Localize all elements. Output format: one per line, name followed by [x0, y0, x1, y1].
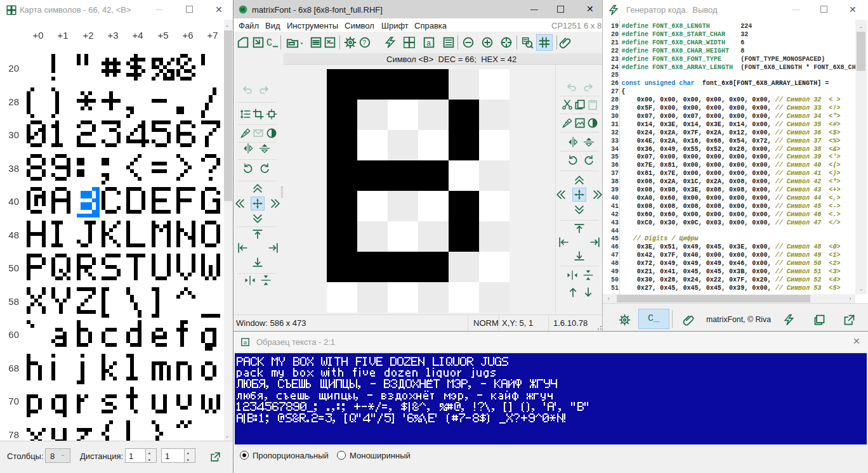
svg-text:?: ?	[362, 39, 366, 46]
svg-text:a: a	[243, 339, 247, 346]
svg-text:M: M	[240, 7, 245, 13]
svg-text:a: a	[426, 39, 431, 48]
svg-text:C: C	[266, 37, 272, 49]
